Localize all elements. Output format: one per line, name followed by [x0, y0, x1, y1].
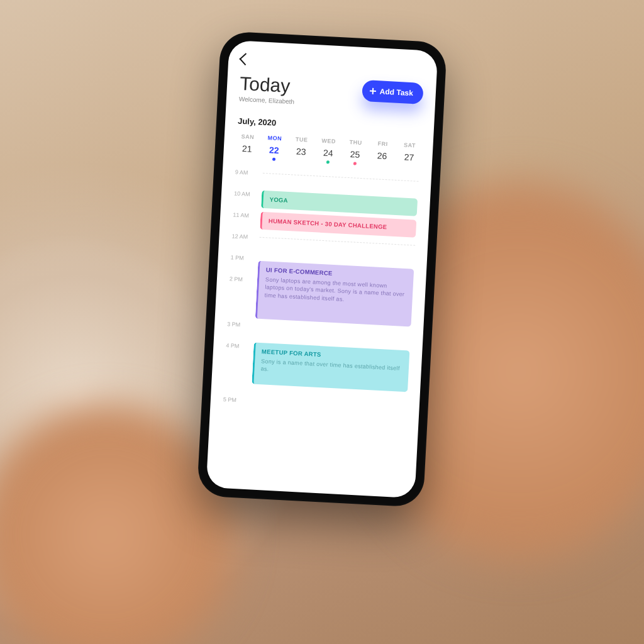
day-event-dot: [353, 162, 356, 165]
day-of-week-label: SAN: [237, 133, 258, 140]
page-title: Today: [239, 74, 296, 96]
event-ecommerce[interactable]: UI FOR E-COMMERCE Sony laptops are among…: [255, 260, 414, 326]
event-arts[interactable]: MEETUP FOR ARTS Sony is a name that over…: [252, 342, 409, 392]
hour-label: 5 PM: [223, 395, 244, 418]
add-task-label: Add Task: [379, 87, 413, 97]
day-number: 22: [263, 144, 285, 155]
day-cell[interactable]: SAN21: [236, 133, 258, 160]
hour-label: 10 AM: [233, 189, 255, 211]
hour-label: 4 PM: [223, 341, 246, 396]
day-of-week-label: FRI: [372, 140, 393, 147]
phone-frame: Today Welcome, Elizabeth Add Task July, …: [197, 31, 447, 508]
timeline: 9 AM 10 AM YOGA 11 AM HUMAN SKE: [223, 167, 419, 426]
day-event-dot: [245, 156, 248, 159]
day-event-dot: [380, 163, 383, 166]
month-label: July, 2020: [238, 116, 421, 135]
day-cell[interactable]: FRI26: [371, 140, 394, 167]
day-cell[interactable]: MON22: [263, 134, 286, 161]
back-icon[interactable]: [239, 53, 252, 65]
day-cell[interactable]: TUE23: [290, 136, 313, 163]
day-number: 26: [371, 150, 393, 161]
day-number: 21: [236, 143, 258, 154]
hour-label: 3 PM: [226, 319, 248, 342]
event-title: HUMAN SKETCH - 30 DAY CHALLENGE: [269, 217, 410, 233]
hour-label: 2 PM: [228, 274, 250, 321]
day-of-week-label: WED: [318, 137, 339, 145]
day-of-week-label: THU: [345, 138, 366, 146]
day-event-dot: [272, 157, 275, 160]
day-cell[interactable]: WED24: [317, 137, 340, 164]
welcome-text: Welcome, Elizabeth: [239, 95, 295, 105]
day-number: 25: [344, 148, 366, 160]
day-cell[interactable]: THU25: [344, 138, 367, 165]
event-description: Sony laptops are among the most well kno…: [264, 276, 407, 306]
app-screen: Today Welcome, Elizabeth Add Task July, …: [206, 40, 438, 498]
add-task-button[interactable]: Add Task: [362, 80, 424, 104]
day-of-week-label: MON: [264, 134, 286, 142]
day-number: 24: [317, 147, 339, 158]
day-cell[interactable]: SAT27: [398, 142, 421, 169]
scene-backdrop: Today Welcome, Elizabeth Add Task July, …: [0, 0, 644, 644]
day-number: 23: [290, 146, 312, 157]
hour-label: 1 PM: [230, 253, 251, 275]
plus-icon: [370, 88, 377, 95]
hour-label: 11 AM: [232, 210, 253, 233]
week-strip: SAN21MON22TUE23WED24THU25FRI26SAT27: [236, 133, 421, 168]
header-text-block: Today Welcome, Elizabeth: [239, 74, 296, 105]
day-number: 27: [398, 152, 420, 163]
day-of-week-label: TUE: [291, 136, 313, 143]
hour-label: 9 AM: [235, 167, 256, 190]
day-event-dot: [407, 164, 410, 167]
event-title: YOGA: [269, 196, 411, 211]
hour-label: 12 AM: [231, 231, 252, 254]
day-of-week-label: SAT: [399, 142, 420, 149]
day-event-dot: [299, 158, 302, 162]
day-event-dot: [326, 160, 329, 164]
hour-divider: [263, 172, 419, 181]
